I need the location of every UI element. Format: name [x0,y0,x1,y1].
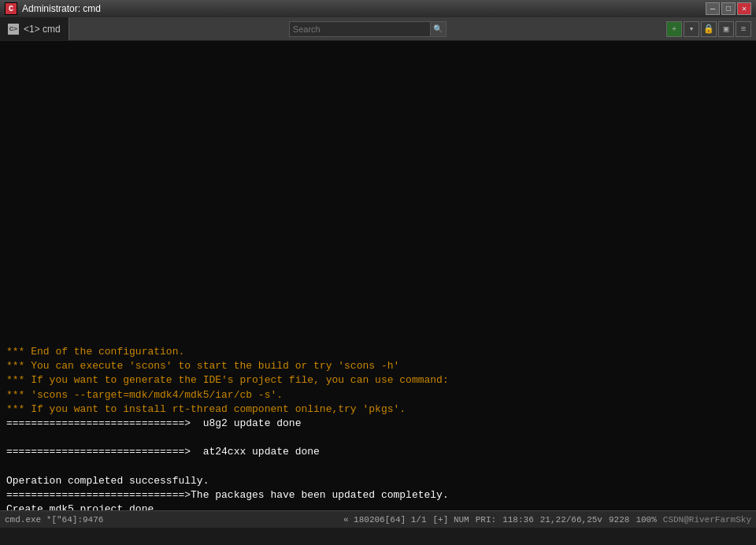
terminal-line-op-complete: Operation completed successfully. [6,475,209,487]
toolbar-icons: + ▾ 🔒 ▣ ≡ [666,17,756,40]
status-brand: CSDN@RiverFarmSky [663,515,751,525]
tab-label: <1> cmd [24,24,61,35]
terminal-line-scons-h: *** You can execute 'scons' to start the… [6,360,399,372]
terminal-line-ide: *** If you want to generate the IDE's pr… [6,374,449,386]
maximize-button[interactable]: □ [721,2,736,15]
status-pos6: 9228 [609,515,629,525]
add-tab-icon[interactable]: + [666,21,682,37]
search-box: 🔍 [289,21,447,37]
status-pos7: 100% [636,515,656,525]
status-process: cmd.exe *["64]:9476 [5,515,103,525]
search-input[interactable] [290,24,430,34]
status-pos3: PRI: [476,515,496,525]
status-bar: cmd.exe *["64]:9476 « 180206[64] 1/1 [+]… [0,510,756,528]
title-bar: C Administrator: cmd — □ ✕ [0,0,756,17]
status-right: « 180206[64] 1/1 [+] NUM PRI: 118:36 21,… [343,515,751,525]
terminal-output: *** End of the configuration. *** You ca… [6,44,750,528]
status-pos5: 21,22/66,25v [540,515,602,525]
tab-bar: C> <1> cmd 🔍 + ▾ 🔒 ▣ ≡ [0,17,756,41]
terminal-line-target: *** 'scons --target=mdk/mdk4/mdk5/iar/cb… [6,389,283,401]
cmd-tab-icon: C> [8,24,19,35]
terminal-line-at24cxx: =============================> at24cxx u… [6,446,320,458]
window-controls: — □ ✕ [706,2,751,15]
tab-cmd[interactable]: C> <1> cmd [0,17,69,40]
search-button[interactable]: 🔍 [430,22,446,36]
window-icon[interactable]: ▣ [718,21,734,37]
dropdown-icon[interactable]: ▾ [684,21,699,37]
status-pos1: « 180206[64] 1/1 [343,515,427,525]
minimize-button[interactable]: — [706,2,720,15]
terminal-line-packages-updated: =============================>The packag… [6,489,449,501]
status-pos4: 118:36 [502,515,534,525]
terminal-line-pkgs: *** If you want to install rt-thread com… [6,403,406,415]
status-pos2: [+] NUM [433,515,469,525]
lock-icon[interactable]: 🔒 [701,21,717,37]
menu-icon[interactable]: ≡ [736,21,751,37]
search-area: 🔍 [69,17,666,40]
window-title: Administrator: cmd [22,3,706,14]
terminal-line-end-config: *** End of the configuration. [6,346,184,358]
close-button[interactable]: ✕ [737,2,751,15]
terminal-area[interactable]: *** End of the configuration. *** You ca… [0,41,756,528]
app-icon: C [5,2,17,15]
terminal-line-u8g2: =============================> u8g2 upda… [6,417,301,429]
